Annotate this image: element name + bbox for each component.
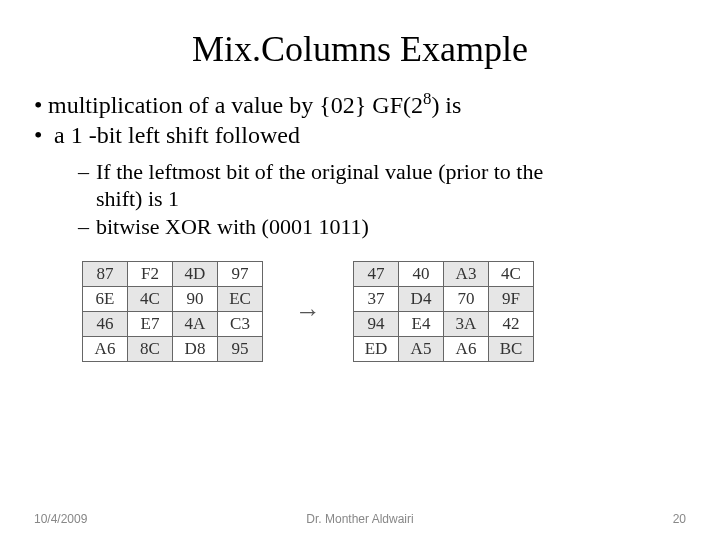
cell: F2: [128, 262, 173, 287]
cell: 42: [489, 312, 534, 337]
table-row: 47 40 A3 4C: [354, 262, 534, 287]
cell: 4A: [173, 312, 218, 337]
arrow-icon: →: [293, 297, 323, 327]
cell: E7: [128, 312, 173, 337]
sub-bullet-list: –If the leftmost bit of the original val…: [78, 159, 686, 239]
cell: 4C: [489, 262, 534, 287]
cell: 37: [354, 287, 399, 312]
slide: Mix.Columns Example •multiplication of a…: [0, 0, 720, 540]
sub-bullet-2: –bitwise XOR with (0001 1011): [78, 214, 686, 239]
cell: 95: [218, 337, 263, 362]
table-row: 6E 4C 90 EC: [83, 287, 263, 312]
table-row: ED A5 A6 BC: [354, 337, 534, 362]
table-row: 37 D4 70 9F: [354, 287, 534, 312]
sub-bullet-1-line1: If the leftmost bit of the original valu…: [96, 159, 543, 184]
dash-icon: –: [78, 214, 96, 239]
cell: A6: [83, 337, 128, 362]
matrix-left: 87 F2 4D 97 6E 4C 90 EC 46 E7 4A C3 A6 8…: [82, 261, 263, 362]
cell: A5: [399, 337, 444, 362]
cell: 46: [83, 312, 128, 337]
cell: 47: [354, 262, 399, 287]
bullet-2-text: a 1 -bit left shift followed: [48, 122, 300, 148]
sub-bullet-2-text: bitwise XOR with (0001 1011): [96, 214, 369, 239]
cell: D4: [399, 287, 444, 312]
bullet-dot-icon: •: [34, 122, 48, 150]
bullet-1-text-post: ) is: [431, 92, 461, 118]
table-row: 87 F2 4D 97: [83, 262, 263, 287]
cell: 8C: [128, 337, 173, 362]
bullet-dot-icon: •: [34, 92, 48, 120]
cell: 87: [83, 262, 128, 287]
footer: 10/4/2009 Dr. Monther Aldwairi 20: [34, 512, 686, 526]
cell: 90: [173, 287, 218, 312]
bullet-1: •multiplication of a value by {02} GF(28…: [34, 92, 686, 120]
table-row: A6 8C D8 95: [83, 337, 263, 362]
table-row: 94 E4 3A 42: [354, 312, 534, 337]
cell: A3: [444, 262, 489, 287]
cell: 4D: [173, 262, 218, 287]
sub-bullet-1-line2: shift) is 1: [96, 186, 179, 211]
sub-bullet-1-cont: shift) is 1: [96, 186, 686, 211]
cell: D8: [173, 337, 218, 362]
cell: A6: [444, 337, 489, 362]
cell: E4: [399, 312, 444, 337]
cell: 70: [444, 287, 489, 312]
cell: 9F: [489, 287, 534, 312]
cell: BC: [489, 337, 534, 362]
matrices-row: 87 F2 4D 97 6E 4C 90 EC 46 E7 4A C3 A6 8…: [82, 261, 686, 362]
cell: 3A: [444, 312, 489, 337]
bullet-2: • a 1 -bit left shift followed: [34, 122, 686, 150]
bullet-1-text-pre: multiplication of a value by {02} GF(2: [48, 92, 423, 118]
cell: ED: [354, 337, 399, 362]
cell: 6E: [83, 287, 128, 312]
cell: C3: [218, 312, 263, 337]
sub-bullet-1: –If the leftmost bit of the original val…: [78, 159, 686, 184]
cell: 4C: [128, 287, 173, 312]
cell: 40: [399, 262, 444, 287]
cell: EC: [218, 287, 263, 312]
cell: 97: [218, 262, 263, 287]
dash-icon: –: [78, 159, 96, 184]
matrix-right: 47 40 A3 4C 37 D4 70 9F 94 E4 3A 42 ED A…: [353, 261, 534, 362]
table-row: 46 E7 4A C3: [83, 312, 263, 337]
cell: 94: [354, 312, 399, 337]
slide-title: Mix.Columns Example: [34, 28, 686, 70]
bullet-list: •multiplication of a value by {02} GF(28…: [34, 92, 686, 239]
footer-author: Dr. Monther Aldwairi: [34, 512, 686, 526]
